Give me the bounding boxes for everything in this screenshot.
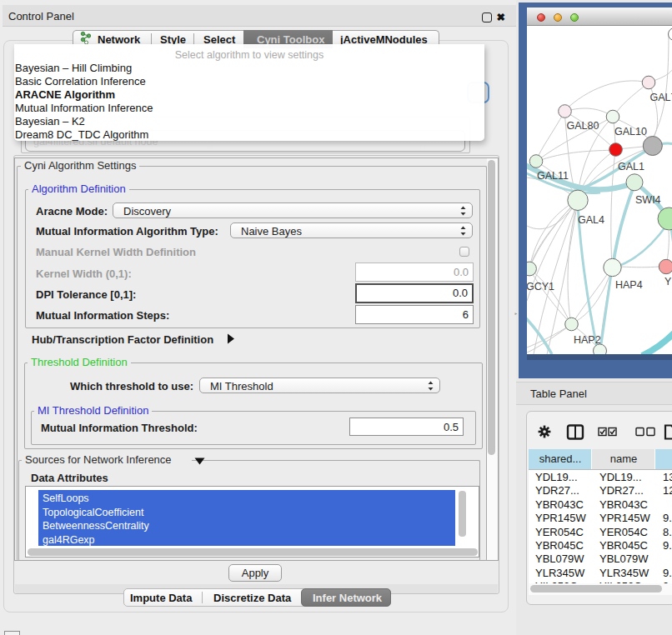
svg-text:SWI4: SWI4 [635,194,661,206]
svg-text:GAL7: GAL7 [650,92,672,103]
svg-text:GAL4: GAL4 [578,214,604,226]
svg-text:GCY1: GCY1 [527,281,554,292]
svg-text:GAL80: GAL80 [567,120,599,132]
svg-text:HAP2: HAP2 [574,334,601,346]
svg-text:GAL11: GAL11 [537,170,569,182]
svg-text:HAP4: HAP4 [615,279,643,291]
svg-text:GAL1: GAL1 [618,161,644,172]
svg-text:Y: Y [664,276,672,288]
svg-text:GAL10: GAL10 [614,126,647,138]
